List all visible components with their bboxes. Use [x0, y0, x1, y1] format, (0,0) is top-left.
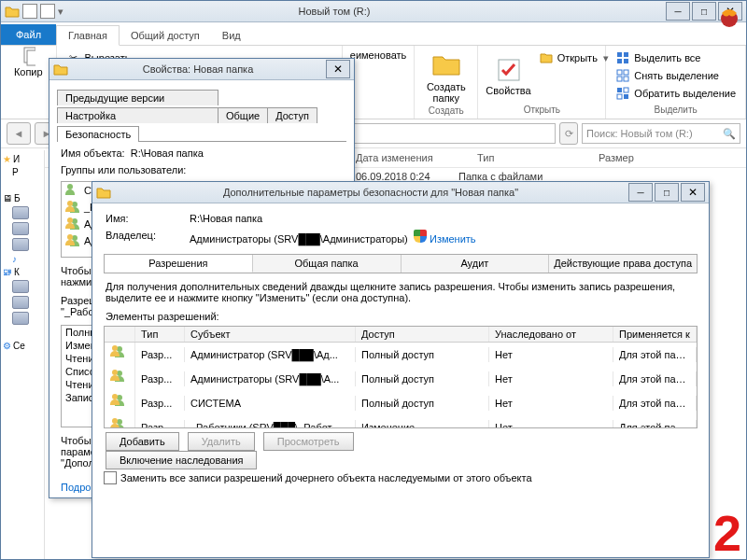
- rename-button[interactable]: еименовать: [350, 49, 407, 61]
- tab-audit[interactable]: Аудит: [402, 255, 550, 273]
- tab-effective[interactable]: Действующие права доступа: [549, 255, 697, 273]
- tab-permissions[interactable]: Разрешения: [105, 255, 253, 273]
- tab-security[interactable]: Безопасность: [57, 126, 139, 142]
- computer-icon: 🖳: [3, 267, 12, 277]
- tab-home[interactable]: Главная: [56, 25, 120, 46]
- table-row[interactable]: Разр...Администраторы (SRV███\А...Полный…: [105, 367, 697, 391]
- col-size[interactable]: Размер: [599, 152, 653, 163]
- remove-button[interactable]: Удалить: [188, 432, 255, 451]
- svg-rect-14: [624, 94, 628, 99]
- chevron-down-icon[interactable]: ▾: [58, 6, 63, 18]
- svg-rect-3: [617, 52, 622, 57]
- enable-inheritance-button[interactable]: Включение наследования: [106, 451, 257, 469]
- props-tabs: Предыдущие версии Настройка Общие Доступ…: [57, 88, 346, 142]
- tab-customize[interactable]: Настройка: [57, 107, 218, 123]
- adv-title: Дополнительные параметры безопасности дл…: [115, 187, 627, 198]
- nav-tree[interactable]: ★И Р 🖥Б ♪ 🖳К ⚙Се: [1, 150, 45, 559]
- tab-file[interactable]: Файл: [1, 24, 56, 45]
- name-label: Имя:: [106, 213, 190, 224]
- svg-rect-5: [617, 59, 622, 63]
- drive-icon: [12, 222, 29, 235]
- group-icon: [110, 369, 135, 387]
- col-access[interactable]: Доступ: [356, 327, 489, 342]
- table-row[interactable]: Разр...Администратор (SRV███\Ад...Полный…: [105, 343, 697, 367]
- network-icon: ⚙: [3, 341, 11, 351]
- replace-label: Заменить все записи разрешений дочернего…: [120, 472, 532, 483]
- nav-back-button[interactable]: ◄: [7, 122, 31, 145]
- change-owner-link[interactable]: Изменить: [430, 233, 476, 245]
- col-applies[interactable]: Применяется к: [613, 327, 697, 342]
- group-icon: [110, 393, 135, 412]
- open-icon: [539, 50, 554, 65]
- checkmark-icon: [496, 57, 522, 83]
- adv-titlebar: Дополнительные параметры безопасности дл…: [92, 182, 709, 203]
- select-all-button[interactable]: Выделить все: [613, 49, 738, 66]
- permissions-grid[interactable]: Тип Субъект Доступ Унаследовано от Приме…: [104, 326, 698, 428]
- name-value: R:\Новая папка: [190, 213, 696, 224]
- ribbon-group-open: Свойства Открыть▾ Открыть: [478, 46, 606, 119]
- add-button[interactable]: Добавить: [106, 432, 179, 451]
- svg-rect-8: [624, 70, 628, 75]
- refresh-button[interactable]: ⟳: [559, 122, 578, 145]
- tab-share[interactable]: Общая папка: [253, 255, 402, 273]
- library-icon: 🖥: [3, 193, 12, 203]
- quick-access-toolbar: ▾: [5, 2, 63, 21]
- replace-checkbox-row[interactable]: Заменить все записи разрешений дочернего…: [104, 471, 698, 484]
- copy-icon: [21, 49, 35, 64]
- props-close-button[interactable]: ✕: [326, 60, 350, 78]
- svg-rect-4: [624, 52, 628, 57]
- owner-label: Владелец:: [106, 230, 190, 245]
- col-date[interactable]: Дата изменения: [356, 152, 477, 163]
- col-inherited[interactable]: Унаследовано от: [489, 327, 613, 342]
- properties-button[interactable]: Свойства: [486, 49, 530, 103]
- search-input[interactable]: Поиск: Новый том (R:)🔍: [582, 123, 740, 144]
- tab-previous-versions[interactable]: Предыдущие версии: [57, 90, 218, 105]
- app-icon: [5, 4, 20, 19]
- select-all-icon: [615, 50, 630, 65]
- adv-tabs: Разрешения Общая папка Аудит Действующие…: [104, 254, 698, 273]
- select-none-button[interactable]: Снять выделение: [613, 67, 738, 84]
- col-type[interactable]: Тип: [135, 327, 185, 342]
- adv-header: Имя: R:\Новая папка Владелец: Администра…: [92, 203, 709, 248]
- folder-icon: [53, 62, 68, 77]
- grid-header[interactable]: Тип Субъект Доступ Унаследовано от Приме…: [105, 327, 697, 343]
- adv-minimize-button[interactable]: ─: [628, 183, 653, 202]
- col-subject[interactable]: Субъект: [185, 327, 356, 342]
- ribbon-tabs: Файл Главная Общий доступ Вид: [1, 22, 746, 46]
- view-button[interactable]: Просмотреть: [263, 432, 354, 451]
- folder-icon: [431, 49, 461, 79]
- adv-hint: Для получения дополнительных сведений дв…: [106, 281, 696, 303]
- open-button[interactable]: Открыть▾: [537, 49, 611, 66]
- checkbox-icon[interactable]: [104, 471, 117, 484]
- new-folder-button[interactable]: Создать папку: [422, 49, 470, 104]
- copy-button[interactable]: Копир: [8, 49, 49, 77]
- ribbon-group-new: Создать папку Создать: [415, 46, 478, 119]
- qat-btn-2[interactable]: [40, 4, 55, 19]
- group-icon: [65, 233, 80, 248]
- adv-maximize-button[interactable]: □: [655, 183, 679, 202]
- col-type[interactable]: Тип: [477, 152, 599, 163]
- tab-general[interactable]: Общие: [218, 107, 268, 123]
- select-invert-icon: [615, 86, 630, 101]
- adv-button-row: Добавить Удалить Просмотреть: [106, 436, 696, 447]
- group-icon: [110, 344, 135, 363]
- tab-sharing[interactable]: Доступ: [267, 107, 317, 123]
- svg-rect-11: [617, 88, 622, 92]
- svg-rect-6: [624, 59, 628, 63]
- tab-view[interactable]: Вид: [211, 26, 252, 45]
- user-icon: [65, 183, 80, 198]
- search-icon: 🔍: [723, 128, 736, 140]
- drive-icon: [12, 296, 29, 309]
- select-none-icon: [615, 68, 630, 83]
- minimize-button[interactable]: ─: [666, 2, 690, 21]
- decorative-logo: [717, 4, 741, 28]
- maximize-button[interactable]: □: [692, 2, 716, 21]
- table-row[interactable]: Разр...СИСТЕМАПолный доступНетДля этой п…: [105, 391, 697, 415]
- svg-rect-10: [624, 77, 628, 81]
- table-row[interactable]: Разр..._Работники (SRV███\_Работ...Измен…: [105, 415, 697, 428]
- adv-close-button[interactable]: ✕: [681, 183, 705, 202]
- favorites-icon: ★: [3, 154, 11, 164]
- qat-btn-1[interactable]: [22, 4, 37, 19]
- select-invert-button[interactable]: Обратить выделение: [613, 85, 738, 102]
- tab-share[interactable]: Общий доступ: [120, 26, 211, 45]
